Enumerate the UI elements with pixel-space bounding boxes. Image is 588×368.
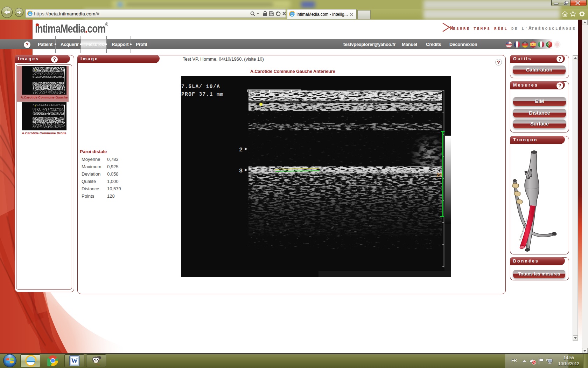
svg-text:20: 20	[436, 172, 442, 178]
svg-text:PROF 37.1 mm: PROF 37.1 mm	[181, 91, 224, 97]
svg-text:MESURE TEMPS RÉEL DE L'ATHÉROS: MESURE TEMPS RÉEL DE L'ATHÉROSCLÉROSE	[450, 26, 576, 31]
svg-text:3: 3	[239, 168, 243, 174]
svg-text:2: 2	[239, 146, 243, 153]
svg-text:W: W	[71, 357, 78, 364]
svg-text:7.5LA/ 10/A: 7.5LA/ 10/A	[181, 84, 220, 89]
